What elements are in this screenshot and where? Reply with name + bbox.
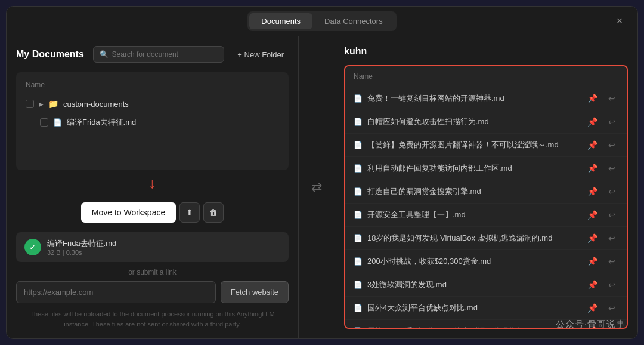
pin-button[interactable]: 📌	[584, 162, 600, 174]
upload-section: ✓ 编译Frida去特征.md 32 B | 0.30s or submit a…	[16, 232, 289, 329]
tab-group: Documents Data Connectors	[247, 11, 396, 31]
transfer-icon: ⇄	[311, 180, 322, 195]
pin-button[interactable]: 📌	[584, 209, 600, 221]
modal-overlay: Documents Data Connectors × My Documents…	[6, 6, 638, 339]
upload-meta: 32 B | 0.30s	[47, 249, 280, 256]
tab-data-connectors[interactable]: Data Connectors	[312, 13, 395, 29]
pin-button[interactable]: 📌	[584, 186, 600, 198]
list-item[interactable]: 📄 白帽应如何避免攻击性扫描行为.md 📌 ↩	[345, 110, 627, 134]
file-name: 200小时挑战，收获$20,300赏金.md	[367, 256, 580, 267]
or-submit-label: or submit a link	[16, 268, 289, 276]
panel-title: My Documents	[16, 49, 84, 60]
delete-icon-button[interactable]: 🗑	[203, 202, 224, 223]
list-item[interactable]: 📄 国外4大众测平台优缺点对比.md 📌 ↩	[345, 297, 627, 320]
upload-info: 编译Frida去特征.md 32 B | 0.30s	[47, 238, 280, 256]
doc-icon: 📄	[354, 327, 363, 329]
file-name: 打造自己的漏洞赏金搜索引擎.md	[367, 186, 580, 197]
remove-button[interactable]: ↩	[605, 186, 618, 198]
right-panel-title: kuhn	[344, 46, 628, 57]
search-icon: 🔍	[100, 50, 109, 58]
list-item[interactable]: 📄 利用自动邮件回复功能访问内部工作区.md 📌 ↩	[345, 157, 627, 180]
file-name: 白帽应如何避免攻击性扫描行为.md	[367, 116, 580, 127]
move-workspace-area: Move to Workspace ⬆ 🗑	[16, 202, 289, 223]
left-panel-header: My Documents 🔍 + New Folder	[16, 46, 289, 63]
upload-check-icon: ✓	[24, 239, 41, 255]
file-name: 国外4大众测平台优缺点对比.md	[367, 303, 580, 313]
remove-button[interactable]: ↩	[605, 139, 618, 151]
workspace-list-header: Name	[345, 66, 627, 87]
file-name: 编译Frida去特征.md	[67, 117, 279, 128]
doc-icon: 📄	[354, 234, 363, 242]
right-panel: kuhn Name 📄 免费！一键复刻目标网站的开源神器.md 📌 ↩ 📄 白帽…	[335, 36, 637, 338]
modal-body: My Documents 🔍 + New Folder Name ▶ 📁 cus…	[7, 36, 637, 338]
fetch-website-button[interactable]: Fetch website	[221, 281, 289, 303]
move-annotation: ↓	[16, 175, 289, 193]
move-workspace-button[interactable]: Move to Workspace	[81, 202, 176, 223]
doc-icon: 📄	[354, 257, 363, 266]
upload-filename: 编译Frida去特征.md	[47, 238, 280, 249]
pin-button[interactable]: 📌	[584, 279, 600, 291]
doc-icon: 📄	[354, 94, 363, 103]
new-folder-button[interactable]: + New Folder	[233, 47, 289, 63]
pin-button[interactable]: 📌	[584, 116, 600, 128]
file-name: custom-documents	[63, 100, 279, 109]
search-input[interactable]	[112, 50, 218, 58]
remove-button[interactable]: ↩	[605, 162, 618, 174]
file-name: 利用自动邮件回复功能访问内部工作区.md	[367, 163, 580, 174]
file-list-header: Name	[21, 77, 284, 93]
doc-icon: 📄	[53, 118, 62, 127]
remove-button[interactable]: ↩	[605, 302, 618, 314]
list-item[interactable]: 📄 200小时挑战，收获$20,300赏金.md 📌 ↩	[345, 250, 627, 273]
remove-button[interactable]: ↩	[605, 93, 618, 104]
doc-icon: 📄	[354, 164, 363, 172]
remove-button[interactable]: ↩	[605, 279, 618, 291]
url-input[interactable]	[16, 281, 216, 303]
list-item[interactable]: ▶ 📁 custom-documents	[21, 95, 284, 113]
list-item[interactable]: 📄 编译Frida去特征.md	[21, 113, 284, 132]
file-checkbox[interactable]	[40, 118, 48, 127]
file-name: 3处微软漏洞的发现.md	[367, 279, 580, 290]
upload-file-item: ✓ 编译Frida去特征.md 32 B | 0.30s	[16, 232, 289, 262]
file-checkbox[interactable]	[26, 100, 34, 108]
url-row: Fetch website	[16, 281, 289, 303]
doc-icon: 📄	[354, 187, 363, 196]
list-item[interactable]: 📄 3处微软漏洞的发现.md 📌 ↩	[345, 273, 627, 297]
list-item[interactable]: 📄 开源安全工具整理【一】.md 📌 ↩	[345, 204, 627, 227]
pin-button[interactable]: 📌	[584, 255, 600, 267]
upload-icon-button[interactable]: ⬆	[179, 202, 200, 223]
file-name: 黑掉Apple 系列 - 从 SQL 注入到远程代码执行.md	[367, 326, 580, 329]
file-name: 开源安全工具整理【一】.md	[367, 210, 580, 220]
file-name: 免费！一键复刻目标网站的开源神器.md	[367, 93, 580, 104]
modal-header: Documents Data Connectors ×	[7, 7, 637, 36]
upload-icon: ⬆	[186, 208, 193, 217]
watermark: 公众号·骨哥说事	[556, 319, 626, 330]
doc-icon: 📄	[354, 118, 363, 126]
pin-button[interactable]: 📌	[584, 139, 600, 151]
remove-button[interactable]: ↩	[605, 116, 618, 128]
disclaimer-text: These files will be uploaded to the docu…	[16, 309, 289, 329]
remove-button[interactable]: ↩	[605, 255, 618, 267]
file-list: Name ▶ 📁 custom-documents 📄 编译Frida去特征.m…	[16, 72, 289, 170]
list-item[interactable]: 📄 【尝鲜】免费的开源图片翻译神器！不可以涩涩哦～.md 📌 ↩	[345, 134, 627, 157]
doc-icon: 📄	[354, 304, 363, 312]
red-arrow-icon: ↓	[149, 175, 156, 192]
search-box[interactable]: 🔍	[93, 46, 224, 63]
delete-icon: 🗑	[209, 208, 218, 217]
list-item[interactable]: 📄 打造自己的漏洞赏金搜索引擎.md 📌 ↩	[345, 180, 627, 204]
list-item[interactable]: 📄 免费！一键复刻目标网站的开源神器.md 📌 ↩	[345, 87, 627, 110]
folder-toggle-icon[interactable]: ▶	[39, 101, 44, 107]
doc-icon: 📄	[354, 211, 363, 219]
close-button[interactable]: ×	[611, 13, 628, 30]
folder-icon: 📁	[48, 99, 58, 109]
left-panel: My Documents 🔍 + New Folder Name ▶ 📁 cus…	[7, 36, 299, 338]
file-name: 18岁的我是如何发现 VirtualBox 虚拟机逃逸漏洞的.md	[367, 233, 580, 244]
tab-documents[interactable]: Documents	[249, 13, 312, 29]
pin-button[interactable]: 📌	[584, 232, 600, 244]
list-item[interactable]: 📄 18岁的我是如何发现 VirtualBox 虚拟机逃逸漏洞的.md 📌 ↩	[345, 227, 627, 250]
workspace-file-list: Name 📄 免费！一键复刻目标网站的开源神器.md 📌 ↩ 📄 白帽应如何避免…	[344, 65, 628, 329]
pin-button[interactable]: 📌	[584, 93, 600, 104]
remove-button[interactable]: ↩	[605, 232, 618, 244]
transfer-arrows: ⇄	[299, 36, 335, 338]
pin-button[interactable]: 📌	[584, 302, 600, 314]
remove-button[interactable]: ↩	[605, 209, 618, 221]
